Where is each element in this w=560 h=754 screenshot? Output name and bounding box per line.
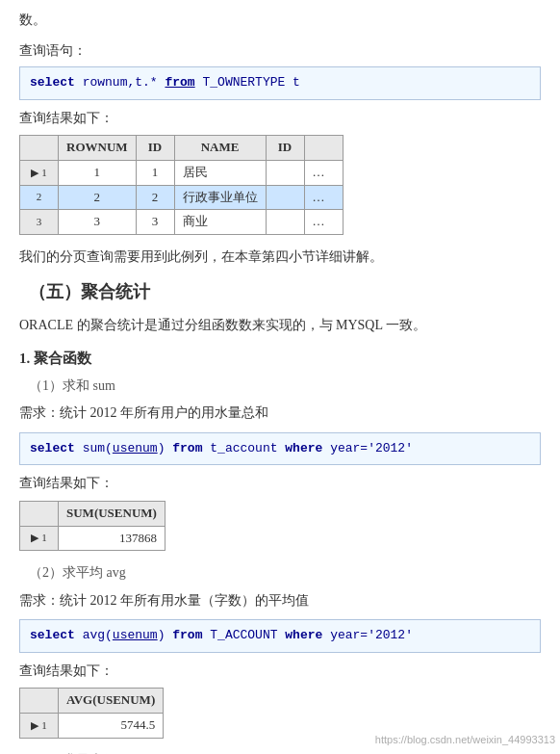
result-label-3: 查询结果如下：	[19, 661, 541, 682]
cell-ellipsis: …	[304, 185, 343, 210]
table2-col-arrow	[20, 501, 59, 526]
code-keyword-select: select	[30, 75, 75, 90]
cell-name: 居民	[174, 160, 266, 185]
code-keyword-where2: where	[285, 441, 322, 455]
table3-col-avg: AVG(USENUM)	[59, 689, 164, 714]
table1-col-id2: ID	[266, 135, 304, 160]
code-block-1: select rownum,t.* from T_OWNERTYPE t	[19, 66, 541, 100]
result-label-1: 查询结果如下：	[19, 108, 541, 129]
table-row: ▶ 1 5744.5	[20, 714, 164, 739]
cell-ellipsis: …	[304, 210, 343, 235]
code-func-sum: sum(usenum)	[83, 441, 173, 455]
cell-rownum: 1	[59, 160, 137, 185]
table1-col-extra	[304, 135, 343, 160]
subsection1-heading: 1. 聚合函数	[19, 347, 541, 370]
table-row: ▶ 1 1 1 居民 …	[20, 160, 344, 185]
result-table-3: AVG(USENUM) ▶ 1 5744.5	[19, 688, 164, 739]
cell-rownum: 3	[59, 210, 137, 235]
pagination-note: 我们的分页查询需要用到此例列，在本章第四小节详细讲解。	[19, 247, 541, 268]
code-table-account: t_account	[210, 441, 285, 455]
requirement2: 需求：统计 2012 年所有用水量（字数）的平均值	[19, 590, 541, 611]
query-label: 查询语句：	[19, 40, 541, 62]
table1-col-name: NAME	[174, 135, 266, 160]
requirement1: 需求：统计 2012 年所有用户的用水量总和	[19, 403, 541, 424]
cell-name: 商业	[174, 210, 266, 235]
code-condition2: year='2012'	[330, 441, 413, 455]
table1-col-arrow	[20, 135, 59, 160]
table-row: ▶ 1 137868	[20, 526, 165, 551]
cell-sum: 137868	[59, 526, 165, 551]
cell-id2	[266, 160, 304, 185]
item1-label: （1）求和 sum	[29, 376, 541, 397]
result-label-2: 查询结果如下：	[19, 473, 541, 494]
row-arrow-cell: 2	[20, 185, 59, 210]
row-arrow-cell: ▶ 1	[20, 526, 59, 551]
code-keyword-from2: from	[172, 441, 202, 455]
table-row: 2 2 2 行政事业单位 …	[20, 185, 344, 210]
code-keyword-from3: from	[172, 628, 202, 642]
table1-col-rownum: ROWNUM	[59, 135, 137, 160]
code-text-rownum: rownum,t.*	[83, 75, 165, 90]
cell-name: 行政事业单位	[174, 185, 266, 210]
code-table-account2: T_ACCOUNT	[210, 628, 285, 642]
code-keyword-from: from	[165, 75, 194, 90]
cell-id: 3	[136, 210, 174, 235]
cell-ellipsis: …	[304, 160, 343, 185]
cell-id2	[266, 185, 304, 210]
oracle-note: ORACLE 的聚合统计是通过分组函数数来实现的，与 MYSQL 一致。	[19, 315, 541, 336]
result-table-2: SUM(USENUM) ▶ 1 137868	[19, 501, 165, 552]
section5-heading: （五）聚合统计	[29, 278, 541, 306]
cell-rownum: 2	[59, 185, 137, 210]
code-block-3: select avg(usenum) from T_ACCOUNT where …	[19, 619, 541, 653]
watermark: https://blog.csdn.net/weixin_44993313	[375, 732, 555, 749]
item3-label: （3）求最大值 max	[29, 750, 541, 754]
row-arrow-cell: ▶ 1	[20, 714, 59, 739]
cell-id: 1	[136, 160, 174, 185]
code-condition3: year='2012'	[330, 628, 413, 642]
item2-label: （2）求平均 avg	[29, 562, 541, 584]
cell-avg: 5744.5	[59, 714, 164, 739]
table1-col-id: ID	[136, 135, 174, 160]
ending-text: 数。	[19, 10, 541, 31]
code-table-name: T_OWNERTYPE t	[202, 75, 299, 90]
code-keyword-select3: select	[30, 628, 75, 642]
row-arrow-cell: 3	[20, 210, 59, 235]
result-table-1: ROWNUM ID NAME ID ▶ 1 1 1 居民 … 2 2 2 行政事…	[19, 135, 344, 235]
code-keyword-select2: select	[30, 441, 75, 455]
code-block-2: select sum(usenum) from t_account where …	[19, 432, 541, 466]
row-arrow-cell: ▶ 1	[20, 160, 59, 185]
cell-id2	[266, 210, 304, 235]
cell-id: 2	[136, 185, 174, 210]
table2-col-sum: SUM(USENUM)	[59, 501, 165, 526]
table-row: 3 3 3 商业 …	[20, 210, 344, 235]
code-func-avg: avg(usenum)	[83, 628, 173, 642]
table3-col-arrow	[20, 689, 59, 714]
code-keyword-where3: where	[285, 628, 322, 642]
